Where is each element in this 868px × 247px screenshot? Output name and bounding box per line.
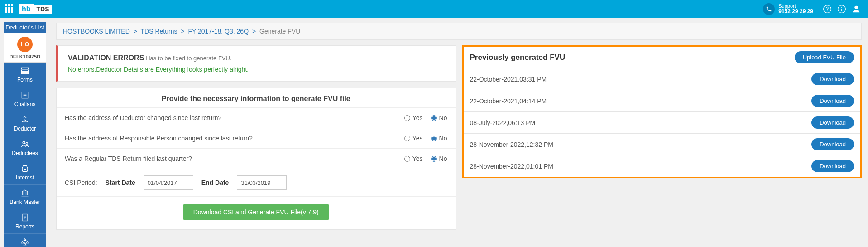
question-responsible-address: Has the address of Responsible Person ch… [57,128,456,148]
start-date-label: Start Date [106,179,135,186]
sidebar-item-bank-master[interactable]: Bank Master [4,185,46,209]
sidebar-item-traces-links[interactable]: TRACES Links [4,234,46,247]
user-icon[interactable] [850,3,863,15]
sidebar-nav: Forms Challans Deductor Deductees Intere… [4,63,46,247]
q3-yes-radio[interactable] [404,156,410,162]
csi-period-row: CSI Period: Start Date End Date [57,169,456,196]
fvu-row: 08-July-2022,06:13 PM Download [464,111,861,133]
svg-rect-8 [22,92,28,98]
end-date-input[interactable] [237,175,287,190]
fvu-row: 28-November-2022,01:01 PM Download [464,155,861,177]
upload-fvu-button[interactable]: Upload FVU File [795,51,854,63]
logo-hb: hb [19,4,34,14]
download-button[interactable]: Download [811,95,854,107]
fvu-timestamp: 28-November-2022,01:01 PM [470,163,553,170]
sidebar-item-label: Challans [14,101,36,107]
breadcrumb-section[interactable]: TDS Returns [141,28,177,35]
q2-no-radio[interactable] [431,136,437,141]
support-info[interactable]: Support 9152 29 29 29 [763,3,813,15]
fvu-row: 28-November-2022,12:32 PM Download [464,133,861,155]
q1-yes-radio[interactable] [404,115,410,121]
breadcrumb-period[interactable]: FY 2017-18, Q3, 26Q [188,28,249,35]
sidebar-profile[interactable]: HO DELK10475D [4,33,46,63]
sidebar-item-challans[interactable]: Challans [4,87,46,111]
fvu-row: 22-October-2021,04:14 PM Download [464,90,861,111]
help-icon[interactable] [821,3,834,15]
sidebar-item-label: Deductor [14,126,36,132]
question-text: Has the address of Responsible Person ch… [65,135,404,142]
sidebar-item-label: Reports [15,223,34,230]
logo-tds: TDS [34,5,52,14]
radio-yes[interactable]: Yes [404,135,423,142]
radio-yes[interactable]: Yes [404,155,423,162]
question-regular-return: Was a Regular TDS Return filed last quar… [57,148,456,169]
support-text: Support 9152 29 29 29 [778,3,813,15]
validation-message: No errors.Deductor Details are Everythin… [68,66,446,73]
svg-rect-7 [22,72,29,73]
sidebar-item-label: Interest [16,174,34,181]
end-date-label: End Date [201,179,229,186]
radio-no[interactable]: No [431,135,447,142]
fvu-timestamp: 28-November-2022,12:32 PM [470,141,553,148]
validation-errors-box: VALIDATION ERRORS Has to be fixed to gen… [56,45,456,82]
svg-point-4 [854,6,858,9]
apps-grid-icon[interactable] [5,4,14,14]
sidebar-item-reports[interactable]: Reports [4,209,46,234]
svg-point-2 [841,7,842,8]
tan-number: DELK10475D [4,54,46,59]
breadcrumb-company[interactable]: HOSTBOOKS LIMITED [63,28,130,35]
fvu-form-panel: Provide the necessary information to gen… [56,88,456,230]
form-title: Provide the necessary information to gen… [57,88,456,107]
svg-rect-6 [22,70,29,71]
download-button[interactable]: Download [811,138,854,150]
question-text: Was a Regular TDS Return filed last quar… [65,155,404,162]
question-text: Has the address of Deductor changed sinc… [65,114,404,121]
sidebar-item-deductees[interactable]: Deductees [4,136,46,160]
main-content: HOSTBOOKS LIMITED > TDS Returns > FY 201… [50,18,868,247]
fvu-row: 22-October-2021,03:31 PM Download [464,68,861,90]
phone-icon [763,3,775,15]
q1-no-radio[interactable] [431,115,437,121]
svg-point-9 [23,141,25,144]
sidebar-item-label: Deductees [12,150,38,156]
breadcrumb: HOSTBOOKS LIMITED > TDS Returns > FY 201… [56,23,862,40]
svg-rect-5 [22,68,29,69]
sidebar-item-forms[interactable]: Forms [4,63,46,87]
validation-subtitle: Has to be fixed to generate FVU. [146,55,231,62]
support-phone: 9152 29 29 29 [778,9,813,15]
sidebar-item-deductor[interactable]: Deductor [4,111,46,136]
radio-no[interactable]: No [431,155,447,162]
sidebar-item-label: Bank Master [10,199,40,205]
svg-point-10 [26,142,28,144]
fvu-timestamp: 22-October-2021,04:14 PM [470,97,547,105]
avatar: HO [17,37,33,52]
fvu-timestamp: 22-October-2021,03:31 PM [470,76,547,83]
download-button[interactable]: Download [811,160,854,172]
radio-yes[interactable]: Yes [404,114,423,121]
download-button[interactable]: Download [811,73,854,85]
download-button[interactable]: Download [811,116,854,129]
sidebar: Deductor's List HO DELK10475D Forms Chal… [0,18,50,247]
previous-fvu-box: Previously generated FVU Upload FVU File… [462,45,862,178]
top-bar: hb TDS Support 9152 29 29 29 [0,0,868,18]
sidebar-item-interest[interactable]: Interest [4,160,46,185]
info-icon[interactable] [835,3,848,15]
radio-no[interactable]: No [431,114,447,121]
start-date-input[interactable] [144,175,193,190]
q2-yes-radio[interactable] [404,136,410,141]
q3-no-radio[interactable] [431,156,437,162]
fvu-header: Previously generated FVU Upload FVU File [464,47,861,68]
sidebar-item-label: Forms [17,77,33,83]
generate-fvu-button[interactable]: Download CSI and Generate FVU File(v 7.9… [183,204,329,220]
logo[interactable]: hb TDS [19,4,52,14]
question-deductor-address: Has the address of Deductor changed sinc… [57,107,456,128]
validation-title: VALIDATION ERRORS [68,54,144,62]
fvu-title: Previously generated FVU [470,53,566,62]
breadcrumb-page: Generate FVU [259,28,300,35]
fvu-timestamp: 08-July-2022,06:13 PM [470,119,536,126]
sidebar-title: Deductor's List [4,22,46,33]
csi-period-label: CSI Period: [65,179,97,186]
svg-rect-3 [841,9,842,11]
